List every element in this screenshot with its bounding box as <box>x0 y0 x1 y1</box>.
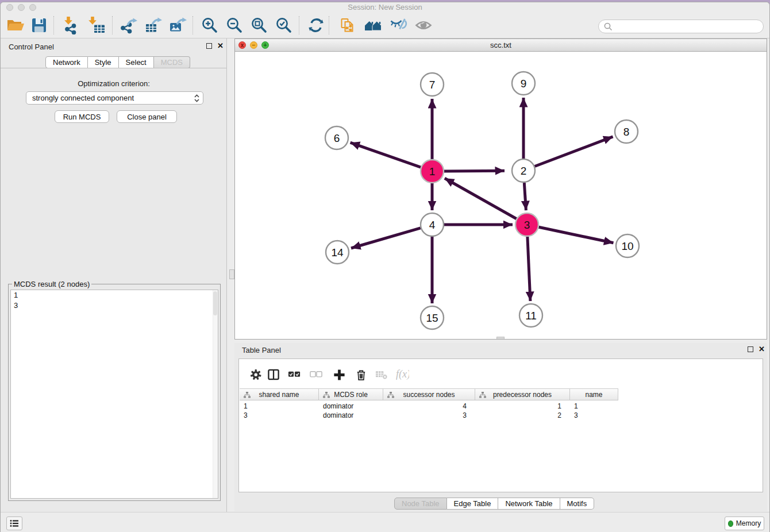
edge-3-1[interactable] <box>445 178 517 218</box>
apply-layout-button[interactable] <box>306 16 326 35</box>
dropdown-stepper-icon <box>194 94 200 104</box>
svg-text:14: 14 <box>331 246 344 259</box>
graph-node-7[interactable]: 7 <box>421 73 444 96</box>
float-panel-icon[interactable] <box>206 43 212 49</box>
export-image-button[interactable] <box>168 16 187 35</box>
cell-predecessor-nodes: 2 <box>475 411 570 420</box>
edge-1-6[interactable] <box>351 142 421 167</box>
memory-button[interactable]: Memory <box>725 516 764 530</box>
panel-splitter-handle[interactable] <box>229 269 234 279</box>
tab-select[interactable]: Select <box>119 56 154 68</box>
graph-node-11[interactable]: 11 <box>519 304 542 327</box>
deselect-all-button[interactable] <box>309 367 324 382</box>
toolbar-separator <box>329 16 329 34</box>
column-header-shared-name[interactable]: shared name <box>240 389 319 400</box>
toolbar-separator <box>53 16 54 34</box>
automation-panel-button[interactable] <box>6 516 22 530</box>
show-all-button[interactable] <box>414 16 433 35</box>
network-window-titlebar[interactable]: x − + scc.txt <box>235 39 767 52</box>
export-table-button[interactable] <box>144 16 163 35</box>
toolbar-separator <box>299 16 299 34</box>
zoom-fit-button[interactable] <box>249 16 269 35</box>
save-session-button[interactable] <box>29 16 49 35</box>
network-window-title: scc.txt <box>235 41 767 49</box>
edge-3-10[interactable] <box>539 227 614 243</box>
export-image-icon <box>168 16 187 34</box>
window-title: Session: New Session <box>1 3 769 11</box>
refresh-icon <box>307 16 325 34</box>
zoom-out-button[interactable] <box>225 16 244 35</box>
first-neighbors-button[interactable] <box>363 16 383 35</box>
column-header-name[interactable]: name <box>570 389 618 400</box>
close-table-panel-icon[interactable]: ✕ <box>759 346 765 352</box>
hide-selected-button[interactable] <box>388 16 408 35</box>
graph-node-15[interactable]: 15 <box>421 306 444 329</box>
column-header-predecessor-nodes[interactable]: predecessor nodes <box>475 389 570 400</box>
svg-text:15: 15 <box>426 312 438 324</box>
run-mcds-button[interactable]: Run MCDS <box>55 110 109 123</box>
control-panel-title: Control Panel <box>9 43 54 51</box>
svg-text:8: 8 <box>623 126 630 138</box>
edge-2-8[interactable] <box>535 137 613 167</box>
tab-network[interactable]: Network <box>45 56 88 68</box>
delete-column-button[interactable] <box>353 367 368 382</box>
table-settings-button[interactable] <box>248 367 263 382</box>
optimization-dropdown[interactable]: strongly connected component <box>26 91 203 105</box>
zoom-selected-button[interactable] <box>274 16 294 35</box>
cell-name: 1 <box>570 402 618 411</box>
cell-predecessor-nodes: 1 <box>475 402 570 411</box>
cell-successor-nodes: 4 <box>383 402 475 411</box>
svg-text:11: 11 <box>525 310 537 322</box>
show-eye-icon <box>414 16 433 34</box>
mcds-result-list[interactable]: 13 <box>10 290 218 499</box>
tab-node-table[interactable]: Node Table <box>394 498 447 510</box>
table-header: shared nameMCDS rolesuccessor nodesprede… <box>240 388 618 400</box>
import-network-icon <box>62 16 80 34</box>
graph-node-3[interactable]: 3 <box>515 213 538 236</box>
close-panel-button[interactable]: Close panel <box>117 110 177 123</box>
zoom-in-button[interactable] <box>200 16 220 35</box>
search-icon <box>604 22 613 31</box>
table-row[interactable]: 1dominator411 <box>239 402 764 411</box>
new-network-from-selection-button[interactable] <box>338 16 358 35</box>
main-toolbar <box>1 13 769 38</box>
svg-text:1: 1 <box>429 165 436 178</box>
graph-node-10[interactable]: 10 <box>616 234 639 257</box>
network-resize-handle[interactable] <box>496 337 505 339</box>
fx-icon: f(x) <box>396 368 409 381</box>
add-column-button[interactable] <box>332 367 346 382</box>
column-header-MCDS-role[interactable]: MCDS role <box>319 389 383 400</box>
column-header-successor-nodes[interactable]: successor nodes <box>383 389 475 400</box>
graph-node-9[interactable]: 9 <box>512 72 535 95</box>
graph-node-2[interactable]: 2 <box>512 159 535 182</box>
graph-node-6[interactable]: 6 <box>325 126 348 149</box>
graph-node-14[interactable]: 14 <box>326 241 349 264</box>
tab-style[interactable]: Style <box>88 56 119 68</box>
mcds-result-line: 3 <box>11 300 218 311</box>
edge-4-14[interactable] <box>351 228 421 248</box>
toggle-panels-button[interactable] <box>266 367 281 382</box>
tab-network-table[interactable]: Network Table <box>498 498 560 510</box>
edge-3-11[interactable] <box>528 237 530 301</box>
result-scrollbar[interactable] <box>213 290 218 498</box>
table-row[interactable]: 3dominator323 <box>239 411 764 420</box>
float-table-panel-icon[interactable] <box>748 346 753 352</box>
tab-mcds[interactable]: MCDS <box>154 56 190 68</box>
graph-node-1[interactable]: 1 <box>421 160 444 183</box>
export-network-button[interactable] <box>120 16 139 35</box>
edge-2-3[interactable] <box>524 183 526 210</box>
close-panel-icon[interactable]: ✕ <box>217 43 224 49</box>
tab-motifs[interactable]: Motifs <box>560 498 595 510</box>
graph-node-8[interactable]: 8 <box>615 120 638 143</box>
edge-1-2[interactable] <box>444 171 505 171</box>
table-panel: Table Panel ✕ shared nameMCDS rolesucces… <box>234 343 767 511</box>
network-graph[interactable]: 1234678910111415 <box>235 52 767 339</box>
import-network-button[interactable] <box>61 16 81 35</box>
open-session-button[interactable] <box>5 16 25 35</box>
select-all-button[interactable] <box>287 367 302 382</box>
tab-edge-table[interactable]: Edge Table <box>447 498 499 510</box>
graph-node-4[interactable]: 4 <box>421 213 444 236</box>
trash-icon <box>355 368 368 381</box>
search-input[interactable] <box>598 20 764 33</box>
import-table-button[interactable] <box>87 16 106 35</box>
